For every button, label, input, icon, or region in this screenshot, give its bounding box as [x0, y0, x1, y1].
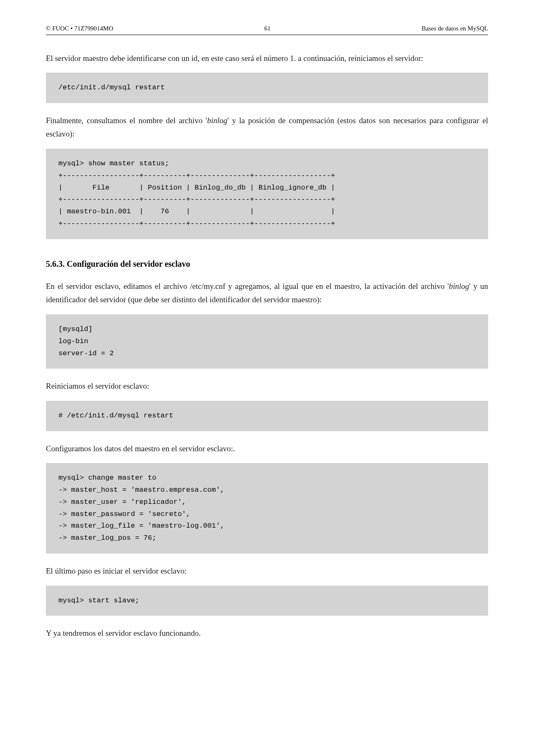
page-header: © FUOC • 71Z799014MO 61 Bases de datos e…	[46, 25, 488, 35]
paragraph: Y ya tendremos el servidor esclavo funci…	[46, 627, 488, 640]
document-page: © FUOC • 71Z799014MO 61 Bases de datos e…	[0, 25, 534, 640]
section-heading: 5.6.3. Configuración del servidor esclav…	[46, 259, 488, 269]
header-right: Bases de datos en MySQL	[422, 25, 488, 32]
text-span: Finalmente, consultamos el nombre del ar…	[46, 116, 207, 125]
paragraph: Finalmente, consultamos el nombre del ar…	[46, 114, 488, 141]
paragraph: En el servidor esclavo, editamos el arch…	[46, 280, 488, 307]
paragraph: El servidor maestro debe identificarse c…	[46, 52, 488, 65]
code-block-start-slave: mysql> start slave;	[46, 586, 488, 616]
header-page-number: 61	[264, 25, 271, 32]
code-block-restart-master: /etc/init.d/mysql restart	[46, 73, 488, 103]
code-block-show-master-status: mysql> show master status; +------------…	[46, 149, 488, 239]
italic-text: binlog	[449, 282, 469, 291]
code-block-restart-slave: # /etc/init.d/mysql restart	[46, 401, 488, 431]
paragraph: El último paso es iniciar el servidor es…	[46, 564, 488, 578]
italic-text: binlog	[207, 116, 228, 125]
code-block-change-master: mysql> change master to -> master_host =…	[46, 463, 488, 554]
text-span: En el servidor esclavo, editamos el arch…	[46, 282, 449, 291]
paragraph: Reiniciamos el servidor esclavo:	[46, 379, 488, 393]
code-block-mycnf-slave: [mysqld] log-bin server-id = 2	[46, 314, 488, 369]
header-left: © FUOC • 71Z799014MO	[46, 25, 113, 32]
paragraph: Configuramos los datos del maestro en el…	[46, 442, 488, 455]
